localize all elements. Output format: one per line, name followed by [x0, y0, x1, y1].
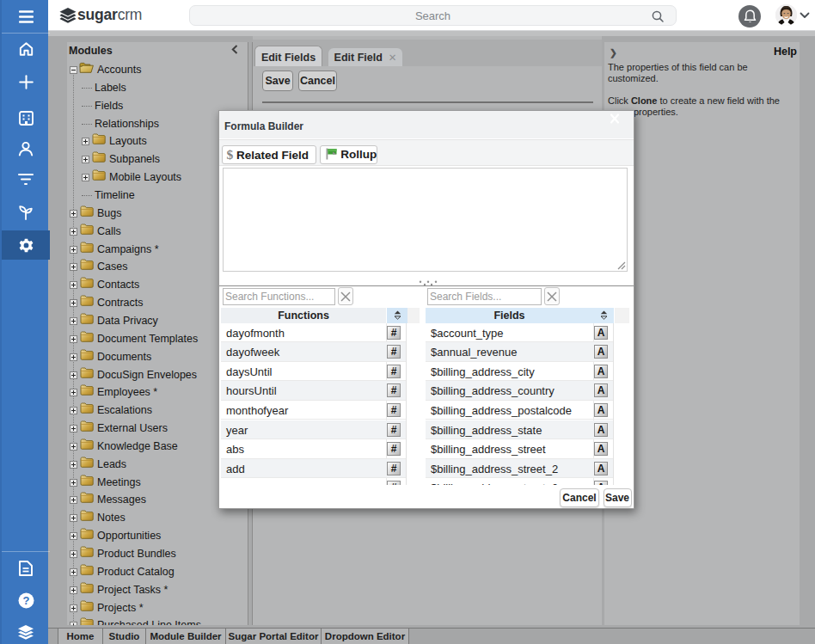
svg-text:?: ?	[22, 594, 29, 607]
